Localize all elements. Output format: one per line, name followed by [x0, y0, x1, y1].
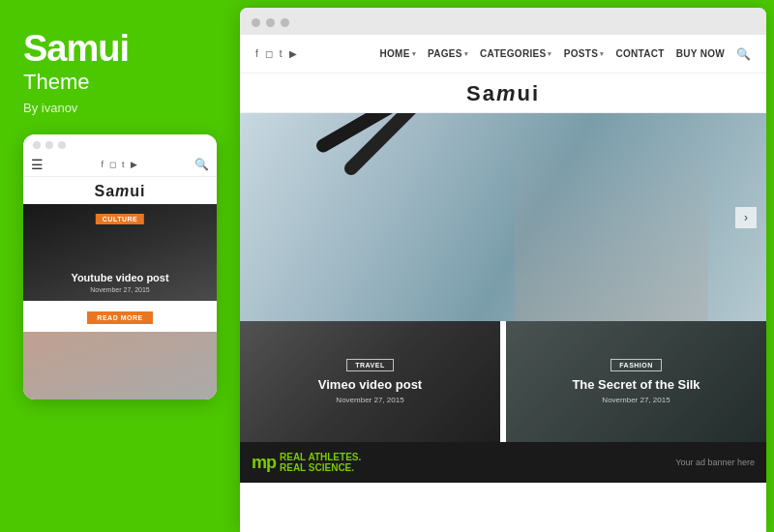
search-icon[interactable]: 🔍 — [194, 158, 209, 171]
read-more-button[interactable]: READ MORE — [87, 311, 152, 324]
browser-dot-3 — [281, 18, 289, 27]
card-2: FASHION The Secret of the Silk November … — [506, 321, 766, 442]
mockup-hero-image: Culture Youtube video post November 27, … — [23, 204, 217, 301]
nav-categories[interactable]: CATEGORIES▾ — [480, 48, 552, 59]
nav-search-icon[interactable]: 🔍 — [736, 47, 751, 61]
dot-2 — [45, 141, 53, 149]
brand-subtitle: Theme — [23, 70, 221, 95]
fashion-badge: FASHION — [610, 359, 662, 371]
mockup-bottom-image — [23, 332, 217, 399]
facebook-icon: f — [101, 160, 104, 169]
ad-banner-left: mp REAL ATHLETES. REAL SCIENCE. — [252, 452, 361, 473]
cards-row: TRAVEL Vimeo video post November 27, 201… — [240, 321, 766, 442]
social-icons: f ◻ t ▶ — [101, 160, 136, 169]
posts-arrow: ▾ — [600, 50, 604, 58]
card-1-date: November 27, 2015 — [336, 396, 403, 404]
nav-contact[interactable]: CONTACT — [616, 48, 665, 59]
nav-instagram-icon[interactable]: ◻ — [265, 48, 273, 59]
nav-youtube-icon[interactable]: ▶ — [289, 48, 297, 59]
card-2-date: November 27, 2015 — [602, 396, 670, 404]
card-2-title: The Secret of the Silk — [562, 377, 709, 392]
site-nav: f ◻ t ▶ HOME▾ PAGES▾ CATEGORIES▾ POSTS▾ — [240, 35, 766, 74]
hero-image: › — [240, 113, 766, 321]
dot-1 — [33, 141, 41, 149]
nav-facebook-icon[interactable]: f — [255, 48, 258, 59]
categories-arrow: ▾ — [548, 50, 551, 58]
brand-title: Samui — [23, 29, 221, 70]
card-1-title: Vimeo video post — [309, 377, 432, 392]
nav-links: HOME▾ PAGES▾ CATEGORIES▾ POSTS▾ CONTACT … — [379, 47, 751, 61]
nav-posts[interactable]: POSTS▾ — [564, 48, 605, 59]
travel-badge: TRAVEL — [346, 359, 393, 371]
dot-3 — [58, 141, 66, 149]
read-more-section: READ MORE — [23, 301, 217, 332]
card-1-overlay: TRAVEL Vimeo video post November 27, 201… — [240, 321, 500, 442]
mp-tagline: REAL ATHLETES. REAL SCIENCE. — [280, 452, 361, 473]
nav-home[interactable]: HOME▾ — [379, 48, 416, 59]
mockup-dots — [23, 134, 217, 153]
mockup-logo: Samui — [23, 177, 217, 204]
browser-bar — [240, 8, 766, 35]
site-social-links: f ◻ t ▶ — [255, 48, 297, 59]
card-1: TRAVEL Vimeo video post November 27, 201… — [240, 321, 500, 442]
post-title: Youtube video post — [23, 271, 217, 284]
youtube-icon: ▶ — [131, 160, 137, 169]
left-panel: Samui Theme By ivanov ☰ f ◻ t ▶ 🔍 Samui … — [0, 0, 240, 532]
twitter-icon: t — [122, 160, 125, 169]
site-logo: Samui — [240, 74, 766, 113]
hero-next-arrow[interactable]: › — [735, 207, 757, 228]
nav-twitter-icon[interactable]: t — [280, 48, 283, 59]
mockup-nav: ☰ f ◻ t ▶ 🔍 — [23, 153, 217, 177]
ad-side-text: Your ad banner here — [675, 458, 755, 467]
hero-person — [515, 133, 708, 321]
right-panel: f ◻ t ▶ HOME▾ PAGES▾ CATEGORIES▾ POSTS▾ — [240, 8, 766, 532]
mp-logo: mp — [252, 453, 276, 473]
nav-pages[interactable]: PAGES▾ — [428, 48, 468, 59]
mockup-card-content: Youtube video post November 27, 2015 — [23, 271, 217, 293]
instagram-icon: ◻ — [109, 160, 116, 169]
author-label: By ivanov — [23, 101, 221, 115]
browser-dot-1 — [252, 18, 260, 27]
mobile-mockup: ☰ f ◻ t ▶ 🔍 Samui Culture Youtube video … — [23, 134, 217, 399]
pages-arrow: ▾ — [464, 50, 468, 58]
hamburger-icon[interactable]: ☰ — [31, 157, 44, 172]
nav-buy-now[interactable]: BUY NOW — [676, 48, 725, 59]
browser-dot-2 — [266, 18, 275, 27]
post-date: November 27, 2015 — [23, 286, 217, 293]
browser-content: f ◻ t ▶ HOME▾ PAGES▾ CATEGORIES▾ POSTS▾ — [240, 35, 766, 532]
home-arrow: ▾ — [412, 50, 416, 58]
culture-badge: Culture — [96, 214, 144, 224]
card-2-overlay: FASHION The Secret of the Silk November … — [506, 321, 766, 442]
ad-banner: mp REAL ATHLETES. REAL SCIENCE. Your ad … — [240, 442, 766, 483]
